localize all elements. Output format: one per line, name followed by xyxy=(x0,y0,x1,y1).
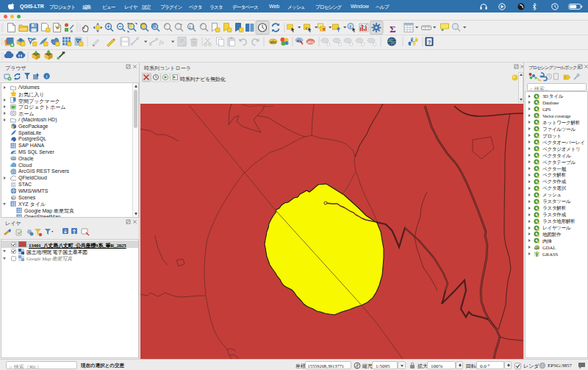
svg-text:Σ: Σ xyxy=(390,24,396,35)
svg-text:abc: abc xyxy=(308,40,315,44)
svg-text:abc: abc xyxy=(270,40,277,44)
svg-text:i: i xyxy=(46,74,48,79)
svg-text:fx: fx xyxy=(159,38,165,46)
svg-text:?: ? xyxy=(428,40,431,45)
svg-text:a: a xyxy=(71,29,74,33)
svg-text:i: i xyxy=(350,24,351,29)
svg-text:1:1: 1:1 xyxy=(189,25,195,29)
